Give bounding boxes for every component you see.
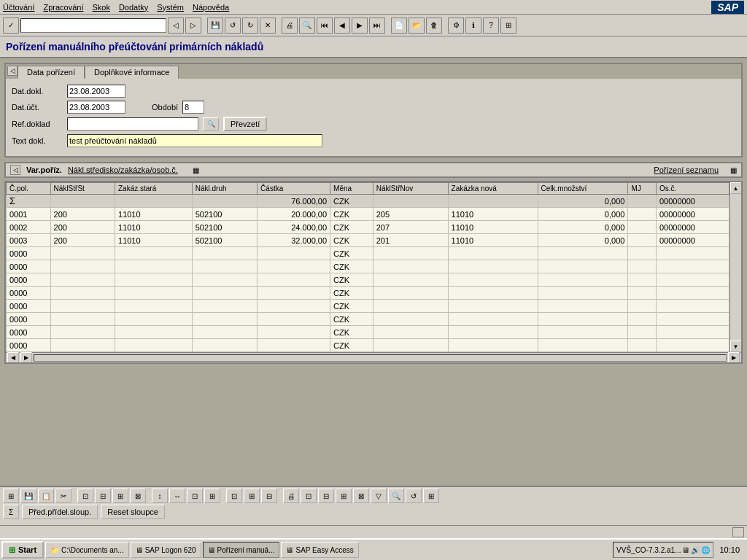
toolbar-settings-btn[interactable]: ⚙ (448, 18, 464, 34)
toolbar-nav4-btn[interactable]: ⏭ (369, 18, 385, 34)
tb-btn-15[interactable]: ⊟ (261, 489, 277, 503)
scroll-up-btn[interactable]: ▲ (730, 182, 742, 194)
prevzeti-btn[interactable]: Převzetí (223, 117, 267, 131)
table-row: 0000CZK (7, 313, 729, 326)
task-porizeni[interactable]: 🖥 Pořízení manuá... (203, 542, 280, 558)
dat-uct-row: Dat.účt. Období (12, 101, 735, 114)
form-body: Dat.dokl. Dat.účt. Období Ref.doklad 🔍 P… (6, 79, 741, 156)
col-naklstrnov[interactable]: NáklStřNov (373, 183, 448, 195)
col-zakaz-stara[interactable]: Zakáz.stará (115, 183, 193, 195)
menu-zpracovani[interactable]: Zpracování (43, 3, 83, 12)
panel-collapse-icon[interactable]: ◁ (7, 66, 18, 76)
col-celk-mnozstvi[interactable]: Celk.množství (538, 183, 628, 195)
toolbar-find-btn[interactable]: 🔍 (299, 18, 315, 34)
tb-btn-20[interactable]: ⊠ (353, 489, 369, 503)
table-row: 0000CZK (7, 326, 729, 339)
tb-btn-5[interactable]: ⊡ (77, 489, 93, 503)
start-button[interactable]: ⊞ Start (1, 541, 44, 559)
col-mena[interactable]: Měna (330, 183, 374, 195)
toolbar-del-btn[interactable]: 🗑 (426, 18, 442, 34)
toolbar-check-btn[interactable]: ✓ (3, 18, 19, 34)
tb-btn-12[interactable]: ⊞ (204, 489, 220, 503)
menu-system[interactable]: Systém (157, 3, 184, 12)
tb-btn-18[interactable]: ⊟ (318, 489, 334, 503)
tb-btn-17[interactable]: ⊡ (301, 489, 317, 503)
tb-btn-7[interactable]: ⊞ (112, 489, 128, 503)
tb-btn-10[interactable]: ↔ (169, 489, 185, 503)
menu-napoveda[interactable]: Nápověda (193, 3, 229, 12)
ref-doklad-search-btn[interactable]: 🔍 (203, 117, 219, 131)
tb-btn-6[interactable]: ⊟ (95, 489, 111, 503)
tb-btn-13[interactable]: ⊡ (226, 489, 242, 503)
toolbar-misc-btn[interactable]: ⊞ (500, 18, 516, 34)
text-dokl-input[interactable] (67, 134, 322, 147)
pred-pridel-btn[interactable]: Před.přídel.sloup. (22, 505, 98, 519)
toolbar-save-btn[interactable]: 💾 (207, 18, 223, 34)
scroll-left-btn[interactable]: ◀ (7, 352, 19, 364)
tb-btn-2[interactable]: 💾 (20, 489, 36, 503)
menu-uctovani[interactable]: Účtování (3, 3, 34, 12)
col-castka[interactable]: Částka (258, 183, 330, 195)
col-mj[interactable]: MJ (628, 183, 657, 195)
tb-btn-24[interactable]: ⊞ (423, 489, 439, 503)
toolbar-info-btn[interactable]: ℹ (465, 18, 481, 34)
variant-panel-icon[interactable]: ◁ (10, 165, 20, 175)
sum-osc: 00000000 (656, 195, 729, 208)
toolbar-help-btn[interactable]: ? (483, 18, 499, 34)
menu-dodatky[interactable]: Dodatky (119, 3, 148, 12)
tb-btn-21[interactable]: ▽ (371, 489, 387, 503)
tb-btn-23[interactable]: ↺ (406, 489, 422, 503)
ref-doklad-input[interactable] (67, 117, 198, 131)
data-table: Č.pol. NáklStřSt Zakáz.stará Nákl.druh Č… (6, 182, 729, 352)
col-osc[interactable]: Os.č. (656, 183, 729, 195)
tb-btn-14[interactable]: ⊞ (244, 489, 260, 503)
taskbar: ⊞ Start 📁 C:\Documents an... 🖥 SAP Logon… (0, 538, 747, 560)
col-naklstrst[interactable]: NáklStřSt (50, 183, 115, 195)
toolbar-nav1-btn[interactable]: ⏮ (317, 18, 333, 34)
task-easy-access[interactable]: 🖥 SAP Easy Access (281, 542, 358, 558)
toolbar-nav2-btn[interactable]: ◀ (334, 18, 350, 34)
toolbar-nav3-btn[interactable]: ▶ (352, 18, 368, 34)
dat-uct-label: Dat.účt. (12, 103, 63, 112)
obdobi-input[interactable] (182, 101, 204, 114)
menu-skok[interactable]: Skok (92, 3, 109, 12)
tab-data-porizeni[interactable]: Data pořízení (18, 66, 85, 79)
porizeni-label[interactable]: Pořízení seznamu (654, 166, 719, 174)
sum-mena: CZK (330, 195, 374, 208)
toolbar-forward-btn[interactable]: ▷ (185, 18, 201, 34)
tb-btn-11[interactable]: ⊡ (187, 489, 203, 503)
variant-value[interactable]: Nákl.středisko/zakázka/osob.č. (68, 166, 178, 174)
tab-doplnkove[interactable]: Doplňkové informace (85, 66, 179, 79)
scroll-down-btn[interactable]: ▼ (730, 341, 742, 352)
tb-btn-4[interactable]: ✂ (55, 489, 71, 503)
toolbar-refresh2-btn[interactable]: ↻ (242, 18, 258, 34)
toolbar-new-btn[interactable]: 📄 (391, 18, 407, 34)
col-pol[interactable]: Č.pol. (7, 183, 51, 195)
reset-sloupce-btn[interactable]: Reset sloupce (101, 505, 165, 519)
toolbar-print-btn[interactable]: 🖨 (282, 18, 298, 34)
tb-btn-8[interactable]: ⊠ (130, 489, 146, 503)
scroll-right-btn[interactable]: ▶ (20, 352, 32, 364)
toolbar-open-btn[interactable]: 📂 (409, 18, 425, 34)
col-nakl-druh[interactable]: Nákl.druh (192, 183, 257, 195)
dat-dokl-input[interactable] (67, 85, 125, 98)
dat-uct-input[interactable] (67, 101, 125, 114)
tb-btn-16[interactable]: 🖨 (283, 489, 299, 503)
toolbar-stop-btn[interactable]: ✕ (260, 18, 276, 34)
tb-btn-3[interactable]: 📋 (38, 489, 54, 503)
col-zakaz-nova[interactable]: Zakázka nová (448, 183, 538, 195)
toolbar-back-btn[interactable]: ◁ (168, 18, 184, 34)
status-resize[interactable] (732, 527, 744, 537)
toolbar-refresh-btn[interactable]: ↺ (225, 18, 241, 34)
task-documents[interactable]: 📁 C:\Documents an... (45, 542, 129, 558)
toolbar-input[interactable] (20, 18, 166, 33)
tb-btn-22[interactable]: 🔍 (388, 489, 404, 503)
tb-btn-1[interactable]: ⊞ (3, 489, 19, 503)
tb-sigma-btn[interactable]: Σ (3, 505, 19, 519)
scroll-right2-btn[interactable]: ▶ (728, 352, 740, 364)
porizeni-icon[interactable]: ▦ (730, 166, 737, 174)
tb-btn-9[interactable]: ↕ (152, 489, 168, 503)
tb-btn-19[interactable]: ⊞ (336, 489, 352, 503)
task-sap-logon[interactable]: 🖥 SAP Logon 620 (131, 542, 201, 558)
variant-dropdown-icon[interactable]: ▦ (193, 166, 199, 174)
